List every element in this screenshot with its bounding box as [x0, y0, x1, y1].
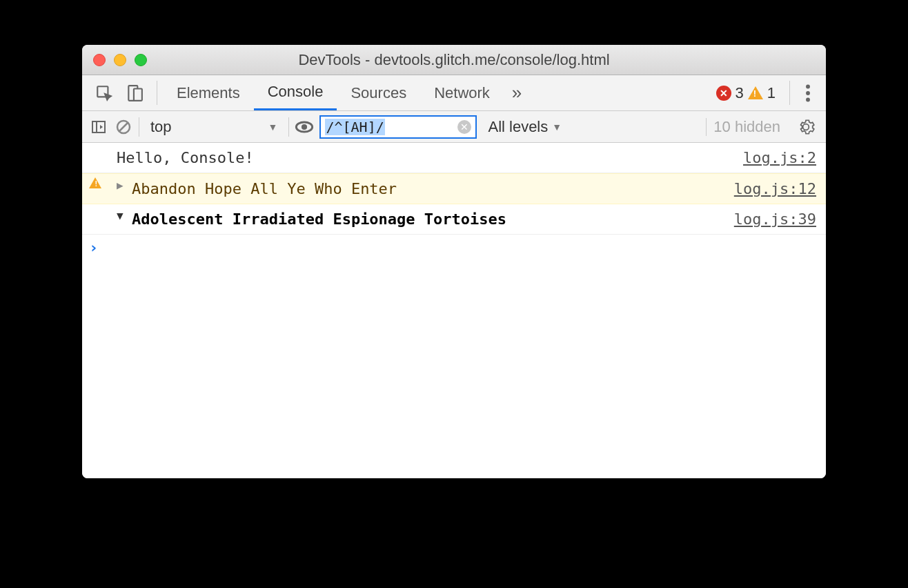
devtools-menu-button[interactable]: [796, 75, 820, 110]
status-counters[interactable]: 3 1: [716, 75, 784, 110]
execution-context-select[interactable]: top ▼: [145, 118, 283, 136]
svg-point-4: [806, 91, 810, 95]
collapse-icon[interactable]: ▼: [117, 208, 128, 224]
console-toolbar: top ▼ /^[AH]/ ✕ All levels ▼ 10 hidden: [82, 111, 826, 143]
message-text: Hello, Console!: [117, 146, 743, 169]
warning-icon: [748, 86, 763, 99]
device-toolbar-icon[interactable]: [125, 84, 144, 103]
clear-console-icon[interactable]: [114, 117, 133, 137]
svg-line-9: [119, 123, 128, 131]
message-source-link[interactable]: log.js:2: [743, 146, 816, 169]
svg-point-5: [806, 97, 810, 101]
zoom-window-button[interactable]: [135, 54, 147, 66]
tab-network[interactable]: Network: [420, 75, 504, 110]
error-icon: [716, 86, 731, 101]
window-title: DevTools - devtools.glitch.me/console/lo…: [82, 51, 826, 69]
log-levels-select[interactable]: All levels ▼: [482, 118, 567, 136]
svg-rect-2: [134, 88, 142, 100]
svg-point-3: [806, 84, 810, 88]
svg-rect-6: [92, 121, 105, 133]
devtools-window: DevTools - devtools.glitch.me/console/lo…: [82, 45, 826, 478]
sidebar-toggle-icon[interactable]: [89, 117, 108, 137]
warning-count: 1: [767, 84, 776, 102]
more-tabs-button[interactable]: »: [504, 75, 530, 110]
levels-label: All levels: [488, 118, 548, 136]
message-text: Adolescent Irradiated Espionage Tortoise…: [132, 208, 734, 231]
context-label: top: [150, 118, 172, 136]
group-message[interactable]: ▼ Adolescent Irradiated Espionage Tortoi…: [82, 204, 826, 235]
console-settings-icon[interactable]: [793, 118, 819, 136]
tab-elements[interactable]: Elements: [163, 75, 254, 110]
message-source-link[interactable]: log.js:39: [734, 208, 816, 231]
close-window-button[interactable]: [93, 54, 106, 66]
clear-filter-icon[interactable]: ✕: [457, 120, 471, 134]
filter-input[interactable]: /^[AH]/ ✕: [319, 115, 477, 139]
console-output: Hello, Console! log.js:2 ▶ Abandon Hope …: [82, 143, 826, 478]
filter-value: /^[AH]/: [325, 119, 384, 135]
warning-icon: [89, 177, 101, 188]
console-prompt[interactable]: ›: [82, 235, 826, 260]
message-source-link[interactable]: log.js:12: [734, 177, 816, 200]
window-controls: [93, 54, 147, 66]
tab-sources[interactable]: Sources: [337, 75, 420, 110]
minimize-window-button[interactable]: [114, 54, 126, 66]
hidden-messages-count[interactable]: 10 hidden: [706, 118, 787, 136]
devtools-tabbar: Elements Console Sources Network » 3 1: [82, 75, 826, 111]
inspect-element-icon[interactable]: [95, 84, 114, 103]
error-count: 3: [736, 84, 744, 102]
expand-icon[interactable]: ▶: [117, 177, 128, 194]
live-expression-icon[interactable]: [295, 117, 314, 137]
chevron-down-icon: ▼: [552, 121, 562, 133]
tab-console[interactable]: Console: [254, 75, 337, 110]
log-message[interactable]: Hello, Console! log.js:2: [82, 143, 826, 173]
warn-message[interactable]: ▶ Abandon Hope All Ye Who Enter log.js:1…: [82, 173, 826, 204]
titlebar: DevTools - devtools.glitch.me/console/lo…: [82, 45, 826, 75]
message-text: Abandon Hope All Ye Who Enter: [132, 177, 734, 200]
svg-point-11: [302, 124, 307, 129]
chevron-down-icon: ▼: [268, 121, 278, 133]
